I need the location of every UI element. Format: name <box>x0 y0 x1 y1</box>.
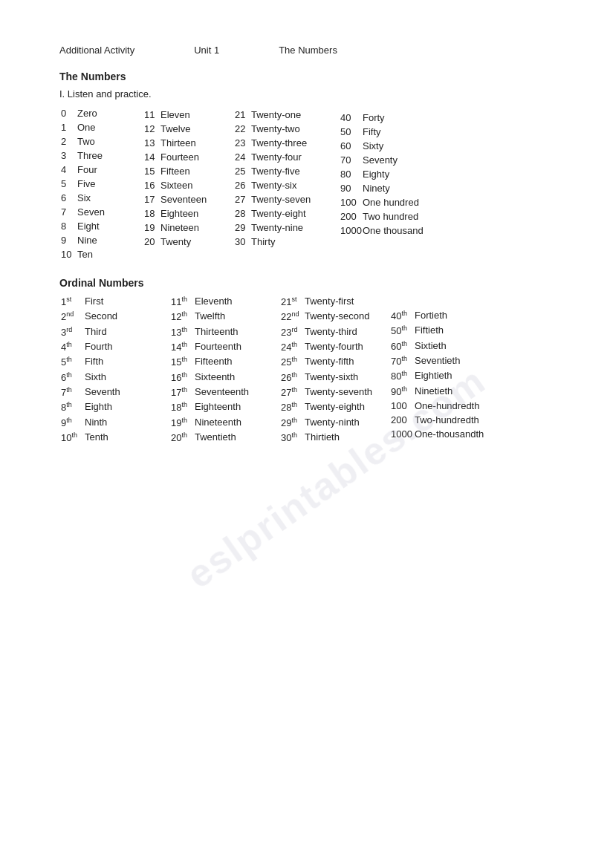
ordinal-num: 25th <box>279 355 303 368</box>
ordinal-word: Third <box>83 325 158 339</box>
cardinal-word: Twelve <box>159 123 218 135</box>
cardinal-num: 50 <box>339 125 361 138</box>
cardinal-num: 11 <box>143 108 159 121</box>
cardinal-word: Eighty <box>361 168 435 180</box>
cardinal-num: 24 <box>233 151 250 163</box>
cardinal-word: Twenty-one <box>250 108 324 121</box>
ordinal-word: Thirtieth <box>303 431 377 444</box>
ordinal-word: Twenty-fourth <box>303 340 377 353</box>
cardinal-num: 100 <box>339 196 361 209</box>
cardinal-num: 21 <box>233 108 250 121</box>
cardinal-num: 8 <box>59 220 76 232</box>
ordinal-word: Fortieth <box>413 309 502 322</box>
ordinal-num: 60th <box>389 339 413 353</box>
ordinal-word: Seventieth <box>413 354 502 368</box>
cardinal-word: Two <box>76 135 128 148</box>
ordinal-word: Thirteenth <box>193 325 267 339</box>
ordinal-word: Twenty-ninth <box>303 416 377 429</box>
cardinal-num: 23 <box>233 137 250 149</box>
ordinal-num: 70th <box>389 354 413 368</box>
ordinal-numbers-section: 1stFirst2ndSecond3rdThird4thFourth5thFif… <box>59 295 551 444</box>
cardinal-num: 4 <box>59 163 76 176</box>
cardinal-word: Thirty <box>250 235 324 248</box>
cardinal-word: Sixty <box>361 140 435 152</box>
ordinal-word: Nineteenth <box>193 416 267 429</box>
ordinal-word: Twelfth <box>193 310 267 323</box>
cardinal-num: 29 <box>233 221 250 234</box>
cardinal-word: Twenty-six <box>250 179 324 192</box>
cardinal-word: Sixteen <box>159 179 218 192</box>
cardinal-num: 25 <box>233 165 250 177</box>
cardinal-num: 40 <box>339 111 361 124</box>
ordinal-word: Two-hundredth <box>413 414 502 426</box>
cardinal-num: 18 <box>143 207 159 220</box>
cardinal-word: Ninety <box>361 182 435 195</box>
cardinal-num: 1000 <box>339 224 361 237</box>
cardinal-word: Twenty-four <box>250 151 324 163</box>
cardinal-word: Fifty <box>361 125 435 138</box>
cardinal-word: Four <box>76 163 128 176</box>
cardinal-num: 80 <box>339 168 361 180</box>
ordinal-num: 10th <box>59 431 83 444</box>
cardinal-word: Forty <box>361 111 435 124</box>
cardinal-num: 2 <box>59 135 76 148</box>
ordinal-num: 7th <box>59 385 83 399</box>
cardinal-num: 0 <box>59 107 76 120</box>
ordinal-word: Fourth <box>83 340 158 353</box>
cardinal-word: Twenty-seven <box>250 193 324 206</box>
cardinal-num: 200 <box>339 210 361 223</box>
ordinal-num: 11th <box>169 295 193 308</box>
ordinal-word: Eleventh <box>193 295 267 308</box>
ordinal-word: Twenty-seventh <box>303 385 377 399</box>
ordinal-word: Twentieth <box>193 431 267 444</box>
section2-title: Ordinal Numbers <box>59 277 551 289</box>
ordinal-word: Tenth <box>83 431 158 444</box>
cardinal-numbers-section: 0Zero1One2Two3Three4Four5Five6Six7Seven8… <box>59 107 551 261</box>
ordinal-word: Eighth <box>83 400 158 414</box>
cardinal-num: 7 <box>59 206 76 218</box>
ordinal-word: Second <box>83 310 158 323</box>
ordinal-num: 14th <box>169 340 193 353</box>
ordinal-num: 13th <box>169 325 193 339</box>
cardinal-num: 3 <box>59 149 76 162</box>
cardinal-word: Six <box>76 192 128 204</box>
ordinal-num: 4th <box>59 340 83 353</box>
header: Additional Activity Unit 1 The Numbers <box>59 45 551 56</box>
ordinal-num: 23rd <box>279 325 303 339</box>
ordinal-word: Twenty-second <box>303 310 377 323</box>
cardinal-word: Nine <box>76 234 128 247</box>
ordinal-word: Sixteenth <box>193 371 267 384</box>
cardinal-word: Zero <box>76 107 128 120</box>
ordinal-word: Eighteenth <box>193 400 267 414</box>
ordinal-num: 20th <box>169 431 193 444</box>
ordinal-num: 6th <box>59 371 83 384</box>
ordinal-word: One-hundredth <box>413 399 502 412</box>
cardinal-num: 20 <box>143 235 159 248</box>
cardinal-word: Twenty-five <box>250 165 324 177</box>
ordinal-word: One-thousandth <box>413 428 502 440</box>
ordinal-word: Ninetieth <box>413 385 502 398</box>
cardinal-num: 9 <box>59 234 76 247</box>
ordinal-num: 2nd <box>59 310 83 323</box>
cardinal-word: One hundred <box>361 196 435 209</box>
ordinal-num: 24th <box>279 340 303 353</box>
ordinal-num: 40th <box>389 309 413 322</box>
ordinal-num: 30th <box>279 431 303 444</box>
ordinal-num: 1000 <box>389 428 413 440</box>
cardinal-num: 13 <box>143 137 159 149</box>
cardinal-word: Seventeen <box>159 193 218 206</box>
ordinal-num: 28th <box>279 400 303 414</box>
cardinal-word: Twenty-three <box>250 137 324 149</box>
ordinal-word: Sixtieth <box>413 339 502 353</box>
ordinal-word: Twenty-third <box>303 325 377 339</box>
cardinal-word: Ten <box>76 248 128 261</box>
cardinal-word: Eight <box>76 220 128 232</box>
ordinal-num: 19th <box>169 416 193 429</box>
ordinal-num: 22nd <box>279 310 303 323</box>
cardinal-word: Twenty <box>159 235 218 248</box>
cardinal-word: Twenty-two <box>250 123 324 135</box>
ordinal-word: Fiftieth <box>413 324 502 337</box>
ordinal-word: Ninth <box>83 416 158 429</box>
ordinal-num: 16th <box>169 371 193 384</box>
ordinal-word: Fourteenth <box>193 340 267 353</box>
